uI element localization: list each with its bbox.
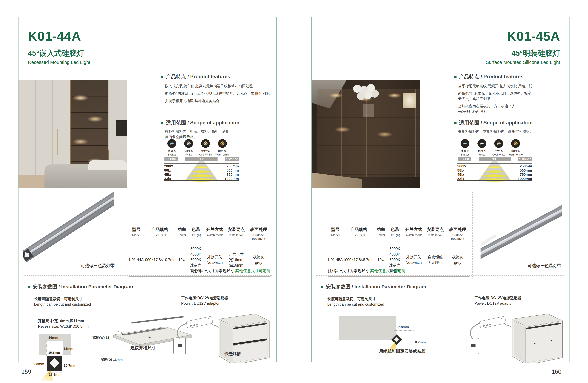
- photometry-chart: 6500K 90° distance 200lx250mm 88lx500mm …: [164, 157, 239, 181]
- features-heading: 产品特点 / Product features: [454, 73, 523, 80]
- sun-icon: ☀: [478, 139, 486, 148]
- cabinet-installation-diagram: [463, 309, 566, 363]
- mounting-caption: 用螺丝钉固定安装或粘胶: [379, 348, 425, 354]
- scope-line: 等商业空间展示柜。: [165, 134, 279, 139]
- dim-inner-width: 15.8mm: [48, 351, 60, 354]
- dim-profile-bottom: 17.8mm: [49, 373, 61, 377]
- scope-line: 橱柜柜底柜内、衣柜柜底柜内、商用空间照明。: [458, 129, 572, 134]
- sun-icon: ☀: [167, 139, 176, 148]
- profile-stripe: [481, 199, 562, 256]
- chart-header-distance: distance: [225, 157, 239, 161]
- spec-col-header: 安装要点Installation: [425, 227, 446, 240]
- chart-header-beam-angle: 90°: [185, 157, 218, 161]
- dim-line: [393, 322, 393, 336]
- feature-line: 斜角45°硅胶柔光，见光不见灯，迷你型、极窄: [458, 91, 572, 96]
- profile-caption: 可选做三色温灯带: [528, 263, 561, 268]
- square-bullet-icon: [161, 122, 163, 124]
- install-heading: 安装参数图 / Installation Parameter Diagram: [28, 284, 133, 290]
- power-note-zh: 工作电压:DC12V电源适配器: [181, 295, 228, 301]
- dim-profile-left: 9.8mm: [33, 362, 44, 366]
- feature-line: 光效便往柜内照射;: [458, 109, 572, 114]
- cct-white: ☀超白光White: [181, 139, 196, 156]
- sun-icon: ☀: [218, 139, 227, 148]
- sun-icon: ☀: [461, 139, 469, 148]
- photometry-row: 200lx250mm: [457, 163, 532, 168]
- recess-cross-section-diagram: 16mm 11mm 15.8mm 9.8mm 10.7mm 17.8mm: [36, 332, 85, 377]
- aluminum-profile-photo: [481, 192, 562, 265]
- page-number-right: 160: [552, 368, 561, 375]
- strip-length-label: L: [165, 316, 167, 321]
- photometry-baseline: [164, 180, 239, 181]
- horizontal-dotted-divider: [23, 275, 272, 276]
- photometry-row: 45lx750mm: [164, 172, 239, 176]
- spec-col-header: 产品规格L x D x H: [343, 227, 375, 240]
- square-bullet-icon: [321, 286, 323, 288]
- page-title-zh: 45°嵌入式硅胶灯: [28, 48, 84, 58]
- square-bullet-icon: [28, 286, 30, 288]
- cct-cool-white: ☀中性光Cool White: [198, 139, 213, 156]
- panel-width-label: 宽度(W) 16mm: [92, 335, 115, 340]
- square-bullet-icon: [454, 76, 457, 78]
- adaptor-cabinet-drawing: [463, 309, 566, 363]
- shelf-panel-diagram: [339, 316, 397, 340]
- dim-top-width: 16mm: [48, 336, 58, 340]
- feature-line: 斜角45°防炫目设计,见光不见灯,迷你型极窄、无光点、柔和不刺眼;: [165, 91, 279, 96]
- page-number-left: 159: [21, 368, 31, 375]
- spec-col-header: 型号Model: [328, 227, 343, 240]
- photometry-row: 33lx1000mm: [457, 176, 532, 181]
- spec-col-header: 色温CCT(K): [188, 227, 204, 240]
- power-note-zh: 工作电压:DC12V电源适配器: [474, 295, 521, 301]
- page-title-en: Recessed Mounting Led Light: [28, 60, 90, 65]
- dim-profile-right: 10.7mm: [64, 364, 76, 367]
- scope-heading-text: 适用范围 / Scope of application: [166, 120, 239, 126]
- sun-icon: ☀: [201, 139, 210, 148]
- vertical-dashed-divider: [124, 192, 124, 277]
- custom-size-note: 注: 以上尺寸为常规尺寸 其他任意尺寸可定制: [129, 268, 271, 273]
- chart-header-cct: 6500K: [165, 157, 178, 161]
- cct-icons-row: ☀冰蓝光Basket ☀超白光White ☀中性光Cool White ☀暖白光…: [164, 139, 230, 156]
- spec-col-header: 表面处理Surface treatment: [247, 227, 271, 240]
- scope-line: 橱柜柜底柜内、柜沿、衣柜、高柜、酒柜: [165, 129, 279, 134]
- photo-bed-sheet: [88, 160, 127, 170]
- cabinet-slot-label: 卡进灯槽: [224, 351, 241, 357]
- product-photo-bedroom-wardrobe: [19, 80, 127, 189]
- features-heading-text: 产品特点 / Product features: [166, 74, 230, 79]
- adaptor-cabinet-drawing: [170, 309, 273, 363]
- page-left-k01-44a: K01-44A 45°嵌入式硅胶灯 Recessed Mounting Led …: [18, 17, 277, 362]
- chart-header-distance: distance: [518, 157, 532, 161]
- page-title-model: K01-45A: [507, 29, 560, 44]
- horizontal-dotted-divider: [316, 275, 565, 276]
- profile-cross-section: [47, 356, 62, 371]
- photometry-baseline: [457, 180, 532, 181]
- features-heading-text: 产品特点 / Product features: [459, 74, 523, 79]
- cct-icons-row: ☀冰蓝光Basket ☀超白光White ☀中性光Cool White ☀暖白光…: [457, 139, 524, 156]
- cct-white: ☀超白光White: [474, 139, 489, 156]
- photometry-row: 200lx250mm: [164, 163, 239, 168]
- custom-size-note: 注: 以上尺寸为常规尺寸 其他任意尺寸可定制: [328, 268, 469, 273]
- feature-line: 当灯条应用在层板的下方于板边平齐: [458, 104, 572, 109]
- scope-heading-text: 适用范围 / Scope of application: [459, 120, 533, 126]
- dim-fixture-height: 8.7mm: [415, 340, 426, 344]
- length-note-en: Length can be cut and customized: [327, 302, 384, 307]
- spec-col-header: 开关方式Switch mode: [403, 227, 425, 240]
- spec-col-header: 功率Power: [375, 227, 387, 240]
- cct-cool-white: ☀中性光Cool White: [491, 139, 506, 156]
- length-note-zh: 长度可随意裁切，可定制尺寸: [327, 296, 376, 301]
- recess-size-en: Recess size: W16.8*D10.8mm: [38, 324, 89, 329]
- table-bottom-rule: [129, 276, 271, 277]
- groove-length-label: L: [148, 334, 150, 339]
- sun-icon: ☀: [184, 139, 193, 148]
- scope-heading: 适用范围 / Scope of application: [161, 119, 239, 126]
- photometry-row: 33lx1000mm: [164, 176, 239, 181]
- power-note-en: Power: DC12V adaptor: [181, 301, 220, 306]
- power-note-en: Power: DC12V adaptor: [474, 301, 513, 306]
- spec-col-header: 功率Power: [176, 227, 188, 240]
- features-heading: 产品特点 / Product features: [161, 73, 230, 80]
- product-photo-walkin-closet: [312, 80, 420, 189]
- photo-door-handle: [58, 129, 58, 155]
- profile-bar: [23, 192, 114, 262]
- feature-line: 全系标配无氧铜线,无须开槽,安装便捷,用途广泛;: [458, 84, 572, 89]
- cct-warm-white: ☀暖白光Warm White: [215, 139, 230, 156]
- dim-fixture-width: 17.8mm: [396, 325, 409, 329]
- page-right-k01-45a: K01-45A 45°明装硅胶灯 Surface Mounted Silicon…: [311, 17, 570, 362]
